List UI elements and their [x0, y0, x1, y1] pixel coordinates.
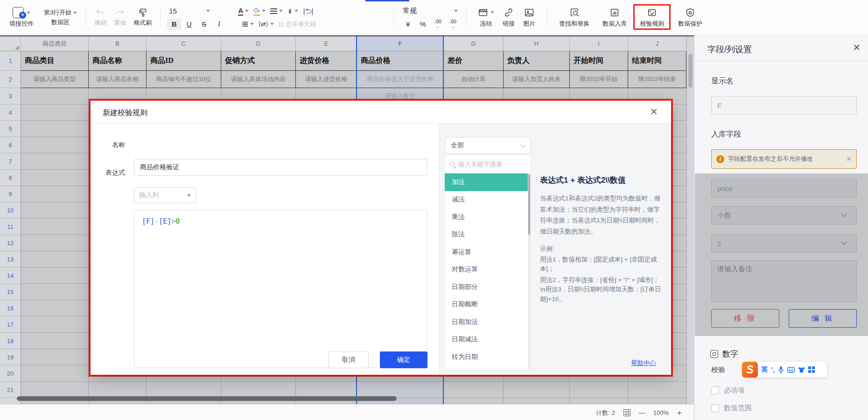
row-header[interactable]: 3: [0, 88, 21, 104]
cell[interactable]: [21, 300, 89, 317]
function-list-item[interactable]: 日期减法: [445, 331, 531, 349]
column-header[interactable]: J: [628, 36, 686, 51]
function-list-item[interactable]: 除法: [445, 226, 531, 244]
row-header[interactable]: 8: [0, 170, 21, 186]
decrease-decimal-button[interactable]: .00←: [431, 19, 445, 30]
row-header[interactable]: 21: [0, 382, 21, 398]
cell[interactable]: 商品价格: [357, 51, 444, 71]
column-header[interactable]: 商品类目: [21, 36, 89, 51]
cell[interactable]: [221, 382, 296, 398]
cell[interactable]: 请输入负责人姓名: [504, 71, 570, 88]
find-replace-button[interactable]: 查找和替换: [555, 7, 594, 28]
row-header[interactable]: 20: [0, 365, 21, 382]
row-header[interactable]: 5: [0, 121, 21, 137]
cell[interactable]: 请输入进货价格: [296, 71, 357, 88]
precision-select[interactable]: 2: [711, 234, 857, 253]
cell[interactable]: [628, 398, 686, 404]
image-button[interactable]: 图片: [519, 7, 539, 28]
insert-column-select[interactable]: 插入列: [134, 187, 196, 203]
cell[interactable]: [21, 333, 89, 349]
cell[interactable]: 结束时间: [628, 51, 686, 71]
cell[interactable]: [21, 104, 89, 121]
cell[interactable]: [21, 251, 89, 268]
cell[interactable]: [21, 317, 89, 333]
function-list-item[interactable]: 日期部分: [445, 278, 531, 296]
cell[interactable]: [21, 349, 89, 365]
bold-button[interactable]: B: [167, 19, 181, 30]
cell[interactable]: [357, 382, 444, 398]
link-button[interactable]: 链接: [498, 7, 519, 28]
cell[interactable]: 商品ID: [147, 51, 221, 71]
row-header[interactable]: 11: [0, 219, 21, 235]
cell[interactable]: [444, 382, 504, 398]
row-header[interactable]: 2: [0, 71, 21, 88]
remove-button[interactable]: 移 除: [711, 309, 779, 328]
dismiss-warning-icon[interactable]: ✕: [846, 155, 852, 163]
zoom-out-button[interactable]: —: [639, 410, 645, 416]
number-section-header[interactable]: 数字: [710, 349, 738, 359]
cell[interactable]: [21, 365, 89, 382]
align-button[interactable]: [268, 6, 285, 17]
row-header[interactable]: 12: [0, 235, 21, 251]
validation-rules-button[interactable]: 校验规则: [636, 7, 668, 28]
fill-widget-button[interactable]: + 填报控件: [6, 7, 37, 28]
cell[interactable]: 商品类目: [21, 51, 89, 71]
expression-editor[interactable]: [F]-[E]>0: [134, 210, 427, 368]
close-icon[interactable]: ✕: [853, 42, 861, 53]
number-format-select[interactable]: 常规: [401, 6, 419, 17]
cell[interactable]: 进货价格: [296, 51, 357, 71]
cell[interactable]: 商品名称: [89, 51, 147, 71]
horizontal-scrollbar-thumb[interactable]: [17, 396, 397, 401]
function-list-item[interactable]: 加法: [445, 173, 531, 191]
format-painter-button[interactable]: 格式刷: [130, 8, 155, 27]
cell[interactable]: [21, 186, 89, 202]
cell[interactable]: 请输入具体活动内容: [221, 71, 296, 88]
function-list-item[interactable]: 转为日期: [445, 348, 531, 366]
strikethrough-button[interactable]: S: [197, 19, 211, 30]
cell[interactable]: [21, 235, 89, 251]
row-header[interactable]: 19: [0, 349, 21, 365]
row-header[interactable]: 4: [0, 104, 21, 121]
data-protect-button[interactable]: 数据保护: [674, 7, 707, 28]
cell[interactable]: [21, 153, 89, 170]
font-size-select[interactable]: 15: [167, 6, 212, 17]
borders-button[interactable]: ⊞: [240, 19, 255, 30]
cell[interactable]: 限2022年开始: [570, 71, 628, 88]
zoom-in-button[interactable]: +: [677, 409, 682, 417]
cell[interactable]: [628, 382, 686, 398]
rule-name-input[interactable]: [134, 159, 427, 176]
list-scrollbar-track[interactable]: [528, 173, 531, 369]
function-list-item[interactable]: 日期截断: [445, 296, 531, 314]
cell[interactable]: [147, 382, 221, 398]
function-list-item[interactable]: 幂运算: [445, 243, 531, 261]
field-type-select[interactable]: 小数: [711, 206, 857, 225]
cell[interactable]: 请输入商品类型: [21, 71, 89, 88]
cell[interactable]: 自动计算: [444, 71, 504, 88]
vertical-scrollbar-thumb[interactable]: [688, 54, 693, 88]
zoom-level[interactable]: 100%: [653, 409, 669, 416]
increase-decimal-button[interactable]: .00→: [446, 19, 460, 30]
cell[interactable]: 商品价格需大于进货价格: [357, 71, 444, 88]
column-header[interactable]: G: [444, 36, 504, 51]
cell[interactable]: [444, 398, 504, 404]
wrap-text-button[interactable]: |⮌|: [301, 6, 315, 17]
function-search-input[interactable]: [458, 161, 519, 168]
indent-button[interactable]: ⟨⇄⟩: [257, 19, 276, 30]
range-checkbox[interactable]: [711, 404, 719, 412]
cell[interactable]: 负责人: [504, 51, 570, 71]
cell[interactable]: 请输入商品名称: [89, 71, 147, 88]
confirm-button[interactable]: 确定: [380, 351, 427, 368]
row-header[interactable]: 7: [0, 153, 21, 170]
grid-view-icon[interactable]: [623, 409, 630, 416]
row-header[interactable]: 1: [0, 51, 21, 71]
data-area-button[interactable]: 第3行开始 数据区: [40, 8, 81, 27]
cancel-button[interactable]: 取消: [329, 351, 369, 368]
cell[interactable]: [21, 121, 89, 137]
function-list-item[interactable]: 乘法: [445, 208, 531, 226]
row-header[interactable]: 9: [0, 186, 21, 202]
cell[interactable]: [504, 382, 570, 398]
column-header[interactable]: C: [147, 36, 221, 51]
column-header[interactable]: D: [221, 36, 296, 51]
cell[interactable]: 限2022年结束: [628, 71, 686, 88]
percent-button[interactable]: %: [416, 19, 430, 30]
